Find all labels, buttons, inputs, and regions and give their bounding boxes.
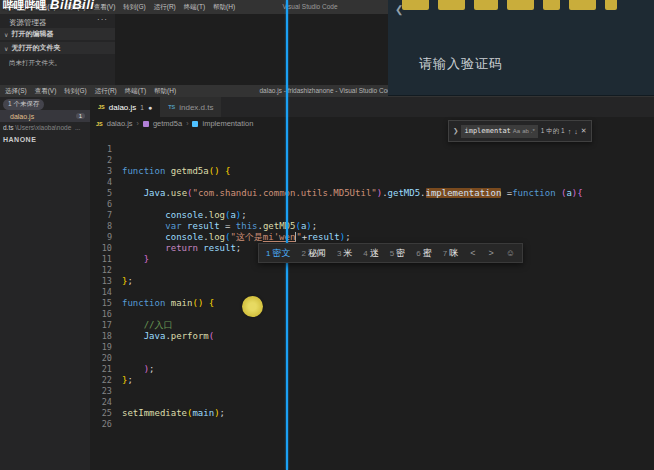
code-line[interactable]: 23 (90, 386, 583, 397)
code-line[interactable]: 2 (90, 155, 583, 166)
code-line[interactable]: 18 Java.perform( (90, 331, 583, 342)
line-number[interactable]: 18 (90, 331, 122, 342)
menu-item[interactable]: 转到(G) (64, 87, 86, 96)
line-number[interactable]: 25 (90, 408, 122, 419)
code-line[interactable]: 9 console.log("这个是mi'wen"+result); (90, 232, 583, 243)
breadcrumb-item-file[interactable]: dalao.js (107, 119, 133, 128)
emoji-picker-icon[interactable]: ☺ (506, 248, 515, 258)
section-no-folder[interactable]: ∨ 无打开的文件夹 (0, 42, 115, 55)
code-line[interactable]: 25setImmediate(main); (90, 408, 583, 419)
breadcrumb-item-symbol[interactable]: implementation (202, 119, 253, 128)
line-number[interactable]: 13 (90, 276, 122, 287)
code-text[interactable]: console.log(a); (122, 210, 247, 221)
code-line[interactable]: 14 (90, 287, 583, 298)
menu-item[interactable]: 查看(V) (35, 87, 57, 96)
code-line[interactable]: 1 (90, 144, 583, 155)
code-line[interactable]: 21 ); (90, 364, 583, 375)
code-line[interactable]: 4 (90, 177, 583, 188)
menu-item[interactable]: 终端(T) (184, 3, 205, 12)
more-actions-icon[interactable]: ··· (97, 15, 108, 24)
match-case-icon[interactable]: Aa (513, 128, 520, 134)
code-text[interactable]: Java.perform( (122, 331, 214, 342)
find-previous-button[interactable]: ↑ (568, 128, 572, 135)
open-editor-item[interactable]: dalao.js 1 (0, 110, 90, 122)
menu-item[interactable]: 运行(R) (154, 3, 176, 12)
line-number[interactable]: 9 (90, 232, 122, 243)
ime-candidate[interactable]: 3米 (337, 247, 352, 260)
find-next-button[interactable]: ↓ (574, 128, 578, 135)
back-icon[interactable]: ❮ (395, 4, 403, 15)
tab-dalao-js[interactable]: JS dalao.js 1 ● (90, 97, 160, 117)
line-number[interactable]: 20 (90, 353, 122, 364)
menu-item[interactable]: 帮助(H) (154, 87, 176, 96)
menu-item[interactable]: 选择(S) (5, 87, 27, 96)
code-line[interactable]: 6 (90, 199, 583, 210)
menu-item[interactable]: 帮助(H) (213, 3, 235, 12)
tab-index-dts[interactable]: TS index.d.ts (160, 97, 222, 117)
regex-icon[interactable]: .* (531, 128, 535, 134)
code-line[interactable]: 26 (90, 419, 583, 430)
line-number[interactable]: 3 (90, 166, 122, 177)
menu-item[interactable]: 查看(V) (94, 3, 116, 12)
code-line[interactable]: 16 (90, 309, 583, 320)
code-editor[interactable]: 123function getmd5a() {45 Java.use("com.… (90, 144, 583, 430)
line-number[interactable]: 12 (90, 265, 122, 276)
code-line[interactable]: 20 (90, 353, 583, 364)
code-line[interactable]: 24 (90, 397, 583, 408)
code-line[interactable]: 5 Java.use("com.shandui.common.utils.MD5… (90, 188, 583, 199)
line-number[interactable]: 4 (90, 177, 122, 188)
whole-word-icon[interactable]: ab (522, 128, 529, 134)
code-text[interactable]: //入口 (122, 320, 173, 331)
code-line[interactable]: 12 (90, 265, 583, 276)
ime-candidate[interactable]: 5密 (390, 247, 405, 260)
line-number[interactable]: 17 (90, 320, 122, 331)
code-text[interactable]: }; (122, 276, 133, 287)
close-icon[interactable]: ✕ (581, 127, 587, 135)
line-number[interactable]: 8 (90, 221, 122, 232)
line-number[interactable]: 14 (90, 287, 122, 298)
menu-item[interactable]: 转到(G) (123, 3, 145, 12)
code-line[interactable]: 7 console.log(a); (90, 210, 583, 221)
line-number[interactable]: 11 (90, 254, 122, 265)
ime-prev-button[interactable]: < (469, 248, 476, 258)
line-number[interactable]: 23 (90, 386, 122, 397)
menu-item[interactable]: 终端(T) (125, 87, 146, 96)
code-line[interactable]: 13}; (90, 276, 583, 287)
dirty-indicator[interactable]: ● (148, 104, 152, 111)
code-text[interactable]: console.log("这个是mi'wen"+result); (122, 232, 351, 243)
code-text[interactable]: function main() { (122, 298, 214, 309)
line-number[interactable]: 1 (90, 144, 122, 155)
line-number[interactable]: 2 (90, 155, 122, 166)
ime-next-button[interactable]: > (487, 248, 494, 258)
code-line[interactable]: 17 //入口 (90, 320, 583, 331)
line-number[interactable]: 5 (90, 188, 122, 199)
line-number[interactable]: 7 (90, 210, 122, 221)
line-number[interactable]: 6 (90, 199, 122, 210)
section-open-editors[interactable]: ∨ 打开的编辑器 (0, 28, 115, 41)
menu-item[interactable]: 运行(R) (95, 87, 117, 96)
code-text[interactable]: } (122, 254, 149, 265)
ime-candidate[interactable]: 7咪 (443, 247, 458, 260)
code-line[interactable]: 15function main() { (90, 298, 583, 309)
code-line[interactable]: 3function getmd5a() { (90, 166, 583, 177)
ime-candidate[interactable]: 2秘闻 (301, 247, 325, 260)
code-text[interactable]: }; (122, 375, 133, 386)
line-number[interactable]: 21 (90, 364, 122, 375)
code-line[interactable]: 8 var result = this.getMD5(a); (90, 221, 583, 232)
code-line[interactable]: 22}; (90, 375, 583, 386)
find-input[interactable]: implementat Aa ab .* (461, 125, 537, 138)
ime-candidate[interactable]: 4迷 (363, 247, 378, 260)
code-text[interactable]: ); (122, 364, 155, 375)
ime-candidate[interactable]: 6蜜 (416, 247, 431, 260)
line-number[interactable]: 19 (90, 342, 122, 353)
line-number[interactable]: 26 (90, 419, 122, 430)
code-text[interactable]: setImmediate(main); (122, 408, 225, 419)
open-editor-item[interactable]: d.ts \Users\xiaoba\node_... (3, 124, 90, 131)
ime-candidate[interactable]: 1密文 (266, 247, 290, 260)
line-number[interactable]: 15 (90, 298, 122, 309)
breadcrumb-item-symbol[interactable]: getmd5a (153, 119, 182, 128)
line-number[interactable]: 22 (90, 375, 122, 386)
code-text[interactable]: function getmd5a() { (122, 166, 230, 177)
line-number[interactable]: 16 (90, 309, 122, 320)
toggle-replace-icon[interactable]: ❯ (453, 127, 458, 135)
